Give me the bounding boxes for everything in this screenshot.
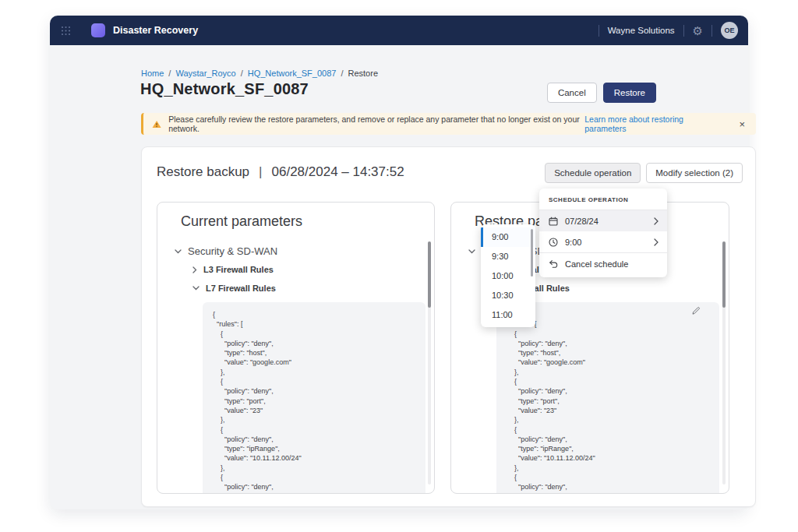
navbar-divider <box>598 25 599 37</box>
warning-message: Please carefully review the restore para… <box>168 115 584 133</box>
breadcrumb-separator: / <box>341 69 343 78</box>
schedule-time-value: 9:00 <box>565 238 581 247</box>
time-options-dropdown: 9:00 9:30 10:00 10:30 11:00 <box>481 224 535 327</box>
tree-item-label: L3 Firewall Rules <box>203 265 274 274</box>
tree-item-label: Security & SD-WAN <box>188 245 277 257</box>
app-window: Disaster Recovery Wayne Solutions ⚙ OE H… <box>50 16 748 509</box>
time-option[interactable]: 9:00 <box>481 227 535 247</box>
schedule-date-item[interactable]: 07/28/24 <box>539 210 667 231</box>
breadcrumb-separator: / <box>241 69 243 78</box>
schedule-time-item[interactable]: 9:00 <box>539 231 667 252</box>
page-actions: Cancel Restore <box>547 83 656 103</box>
cancel-schedule-label: Cancel schedule <box>565 259 628 269</box>
schedule-date-value: 07/28/24 <box>565 217 598 226</box>
app-logo <box>91 23 105 37</box>
current-parameters-panel: Current parameters Security & SD-WAN L3 … <box>157 202 435 494</box>
time-option[interactable]: 11:00 <box>481 305 535 325</box>
current-rules-code-block: { "rules": [ { "policy": "deny", "type":… <box>203 302 425 493</box>
tree-item-l7-firewall[interactable]: L7 Firewall Rules <box>192 284 276 293</box>
time-option[interactable]: 9:30 <box>481 247 535 266</box>
breadcrumb: Home / Waystar_Royco / HQ_Network_SF_008… <box>141 69 378 78</box>
warning-banner: Please carefully review the restore para… <box>141 113 756 135</box>
close-icon[interactable]: × <box>739 119 745 129</box>
learn-more-link[interactable]: Learn more about restoring parameters <box>584 115 718 133</box>
navbar-divider <box>683 25 684 37</box>
chevron-right-icon <box>654 217 659 225</box>
cancel-button[interactable]: Cancel <box>547 83 597 103</box>
app-launcher-icon[interactable] <box>61 26 71 36</box>
calendar-icon <box>549 217 558 226</box>
chevron-right-icon <box>192 266 197 273</box>
card-actions: Schedule operation Modify selection (2) <box>545 163 743 183</box>
gear-icon[interactable]: ⚙ <box>693 25 703 37</box>
undo-icon <box>549 259 558 269</box>
breadcrumb-org[interactable]: Waystar_Royco <box>175 69 235 78</box>
schedule-operation-menu: SCHEDULE OPERATION 07/28/24 9:00 <box>539 188 667 277</box>
org-name: Wayne Solutions <box>608 26 675 35</box>
cancel-schedule-item[interactable]: Cancel schedule <box>539 253 667 274</box>
tree-item-l3-firewall[interactable]: L3 Firewall Rules <box>192 265 274 274</box>
navbar-divider <box>711 25 712 37</box>
chevron-down-icon <box>468 249 475 254</box>
chevron-right-icon <box>654 238 659 246</box>
rules-json: { "rules": [ { "policy": "deny", "type":… <box>496 302 719 493</box>
time-option[interactable]: 10:30 <box>481 286 535 305</box>
clock-icon <box>549 238 558 247</box>
breadcrumb-separator: / <box>168 69 171 78</box>
breadcrumb-network[interactable]: HQ_Network_SF_0087 <box>248 69 337 78</box>
tree-item-security-sdwan[interactable]: Security & SD-WAN <box>175 245 277 257</box>
breadcrumb-home[interactable]: Home <box>141 69 164 78</box>
menu-header: SCHEDULE OPERATION <box>539 188 667 210</box>
top-navbar: Disaster Recovery Wayne Solutions ⚙ OE <box>50 16 748 45</box>
edit-pencil-icon[interactable] <box>691 306 701 315</box>
scrollbar[interactable] <box>722 241 726 308</box>
schedule-operation-button[interactable]: Schedule operation <box>545 163 641 183</box>
rules-json: { "rules": [ { "policy": "deny", "type":… <box>203 302 425 493</box>
chevron-down-icon <box>175 249 182 254</box>
restore-rules-code-block: { "rules": [ { "policy": "deny", "type":… <box>496 302 719 493</box>
scrollbar[interactable] <box>531 229 533 277</box>
app-title: Disaster Recovery <box>113 25 198 36</box>
tree-item-label: L7 Firewall Rules <box>206 284 276 293</box>
restore-backup-header: Restore backup | 06/28/2024 – 14:37:52 <box>157 164 404 180</box>
navbar-right: Wayne Solutions ⚙ OE <box>598 22 738 39</box>
backup-timestamp: 06/28/2024 – 14:37:52 <box>272 164 404 180</box>
warning-icon <box>152 120 161 129</box>
scrollbar[interactable] <box>428 241 431 308</box>
time-option[interactable]: 10:00 <box>481 266 535 286</box>
avatar[interactable]: OE <box>721 22 738 39</box>
breadcrumb-current: Restore <box>348 69 379 78</box>
panel-title: Current parameters <box>181 213 302 230</box>
restore-backup-title: Restore backup <box>157 164 249 180</box>
modify-selection-button[interactable]: Modify selection (2) <box>646 163 743 183</box>
chevron-down-icon <box>192 286 200 291</box>
page-title: HQ_Network_SF_0087 <box>140 80 309 98</box>
screen: Disaster Recovery Wayne Solutions ⚙ OE H… <box>0 0 798 532</box>
restore-button[interactable]: Restore <box>603 83 656 103</box>
header-separator: | <box>259 164 262 180</box>
